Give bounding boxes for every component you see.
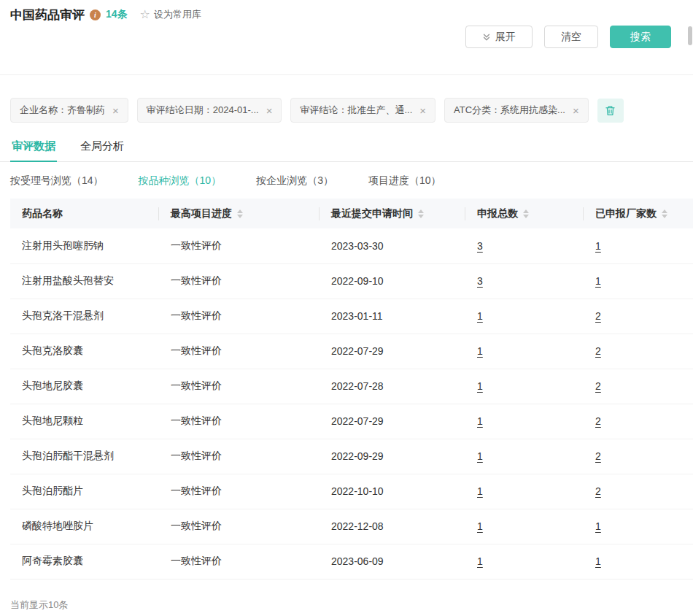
search-button[interactable]: 搜索 xyxy=(610,26,671,48)
manufacturer-count-link[interactable]: 2 xyxy=(595,310,601,322)
manufacturer-count-link[interactable]: 1 xyxy=(595,240,601,252)
manufacturer-count-link[interactable]: 2 xyxy=(595,345,601,357)
table-row: 注射用头孢噻肟钠 一致性评价 2023-03-30 3 1 xyxy=(10,228,693,263)
subtab-project-progress[interactable]: 项目进度（10） xyxy=(368,174,441,188)
sort-desc-icon xyxy=(662,215,667,218)
table-row: 头孢泊肟酯片 一致性评价 2022-10-10 1 2 xyxy=(10,474,693,509)
drug-name: 头孢地尼胶囊 xyxy=(22,380,83,391)
results-table-wrap: 药品名称最高项目进度最近提交申请时间申报总数已申报厂家数 注射用头孢噻肟钠 一致… xyxy=(10,199,693,580)
max-progress-value: 一致性评价 xyxy=(171,344,222,356)
page-title: 中国药品审评 xyxy=(10,7,85,23)
column-label: 最近提交申请时间 xyxy=(331,207,413,219)
application-total-link[interactable]: 1 xyxy=(477,555,483,567)
filter-chip-label: 审评结论日期：2024-01-... xyxy=(147,104,259,117)
max-progress-value: 一致性评价 xyxy=(171,239,222,251)
close-icon[interactable]: × xyxy=(573,105,579,116)
max-progress-value: 一致性评价 xyxy=(171,485,222,496)
table-row: 注射用盐酸头孢替安 一致性评价 2022-09-10 3 1 xyxy=(10,263,693,299)
clear-filters-button[interactable] xyxy=(597,99,624,123)
subtab-by-acceptance-no[interactable]: 按受理号浏览（14） xyxy=(10,174,104,188)
manufacturer-count-link[interactable]: 2 xyxy=(595,485,601,497)
table-body: 注射用头孢噻肟钠 一致性评价 2023-03-30 3 1 注射用盐酸头孢替安 … xyxy=(10,228,693,579)
view-tabs: 按受理号浏览（14）按品种浏览（10）按企业浏览（3）项目进度（10） xyxy=(0,174,693,188)
manufacturer-count-link[interactable]: 1 xyxy=(595,555,601,567)
column-label: 已申报厂家数 xyxy=(595,207,657,219)
results-table: 药品名称最高项目进度最近提交申请时间申报总数已申报厂家数 注射用头孢噻肟钠 一致… xyxy=(10,199,693,580)
sort-control[interactable] xyxy=(523,209,529,218)
table-row: 头孢地尼胶囊 一致性评价 2022-07-28 1 2 xyxy=(10,369,693,404)
result-summary: 当前显示10条 xyxy=(10,598,683,612)
chevron-double-down-icon xyxy=(482,33,491,42)
table-header-row: 药品名称最高项目进度最近提交申请时间申报总数已申报厂家数 xyxy=(10,199,693,228)
favorite-toggle[interactable]: ☆ 设为常用库 xyxy=(140,8,201,21)
column-header-max-progress: 最高项目进度 xyxy=(159,199,320,228)
tab-review-data[interactable]: 审评数据 xyxy=(10,133,57,162)
expand-button[interactable]: 展开 xyxy=(465,26,533,48)
column-header-latest-submit-time: 最近提交申请时间 xyxy=(320,199,465,228)
close-icon[interactable]: × xyxy=(266,105,273,116)
latest-submit-date: 2023-03-30 xyxy=(331,240,384,252)
table-row: 头孢泊肟酯干混悬剂 一致性评价 2022-09-29 1 2 xyxy=(10,439,693,474)
column-label: 最高项目进度 xyxy=(171,207,232,219)
column-header-declared-manufacturers: 已申报厂家数 xyxy=(584,199,693,228)
application-total-link[interactable]: 1 xyxy=(477,450,483,462)
max-progress-value: 一致性评价 xyxy=(171,274,222,286)
column-label: 药品名称 xyxy=(22,207,63,219)
drug-name: 注射用头孢噻肟钠 xyxy=(22,239,104,251)
latest-submit-date: 2022-12-08 xyxy=(331,520,384,532)
application-total-link[interactable]: 1 xyxy=(477,520,483,532)
column-label: 申报总数 xyxy=(477,207,518,219)
sort-control[interactable] xyxy=(662,209,667,218)
table-row: 头孢克洛干混悬剂 一致性评价 2023-01-11 1 2 xyxy=(10,299,693,334)
tab-global-analysis[interactable]: 全局分析 xyxy=(79,133,125,161)
filter-bar: 企业名称：齐鲁制药 × 审评结论日期：2024-01-... × 审评结论：批准… xyxy=(0,97,693,123)
sort-control[interactable] xyxy=(237,209,243,218)
main-tabs: 审评数据全局分析 xyxy=(0,133,693,162)
sort-desc-icon xyxy=(418,215,424,218)
table-row: 头孢克洛胶囊 一致性评价 2022-07-29 1 2 xyxy=(10,334,693,369)
close-icon[interactable]: × xyxy=(112,105,119,116)
search-actions: 展开 清空 搜索 xyxy=(0,26,693,49)
latest-submit-date: 2022-09-29 xyxy=(331,450,384,462)
max-progress-value: 一致性评价 xyxy=(171,520,222,531)
column-header-application-total: 申报总数 xyxy=(465,199,584,228)
application-total-link[interactable]: 1 xyxy=(477,310,483,322)
sort-control[interactable] xyxy=(418,209,424,218)
latest-submit-date: 2022-10-10 xyxy=(331,485,384,497)
latest-submit-date: 2022-07-28 xyxy=(331,380,384,392)
page-header: 中国药品审评 i 14条 ☆ 设为常用库 xyxy=(0,0,693,23)
vertical-scrollbar-thumb[interactable] xyxy=(688,26,692,45)
drug-name: 磷酸特地唑胺片 xyxy=(22,520,93,531)
clear-button[interactable]: 清空 xyxy=(544,26,598,48)
application-total-link[interactable]: 1 xyxy=(477,485,483,497)
sort-asc-icon xyxy=(418,209,424,213)
drug-name: 阿奇霉素胶囊 xyxy=(22,555,83,566)
application-total-link[interactable]: 3 xyxy=(477,275,483,287)
latest-submit-date: 2022-07-29 xyxy=(331,345,384,357)
drug-name: 头孢克洛干混悬剂 xyxy=(22,309,104,321)
subtab-by-variety[interactable]: 按品种浏览（10） xyxy=(139,174,222,188)
trash-icon xyxy=(605,105,616,116)
table-row: 阿奇霉素胶囊 一致性评价 2023-06-09 1 1 xyxy=(10,544,693,579)
max-progress-value: 一致性评价 xyxy=(171,309,222,321)
manufacturer-count-link[interactable]: 2 xyxy=(595,415,601,427)
max-progress-value: 一致性评价 xyxy=(171,450,222,461)
drug-name: 头孢地尼颗粒 xyxy=(22,415,83,426)
manufacturer-count-link[interactable]: 1 xyxy=(595,520,601,532)
manufacturer-count-link[interactable]: 1 xyxy=(595,275,601,287)
close-icon[interactable]: × xyxy=(419,105,426,116)
manufacturer-count-link[interactable]: 2 xyxy=(595,450,601,462)
drug-name: 头孢泊肟酯干混悬剂 xyxy=(22,450,114,461)
drug-name: 头孢克洛胶囊 xyxy=(22,344,83,356)
application-total-link[interactable]: 1 xyxy=(477,380,483,392)
application-total-link[interactable]: 1 xyxy=(477,345,483,357)
filter-chip-conclusion-date: 审评结论日期：2024-01-... × xyxy=(137,98,282,123)
filter-chip-label: ATC分类：系统用抗感染... xyxy=(454,104,565,117)
manufacturer-count-link[interactable]: 2 xyxy=(595,380,601,392)
sort-asc-icon xyxy=(237,209,243,213)
info-icon[interactable]: i xyxy=(90,9,101,20)
application-total-link[interactable]: 3 xyxy=(477,240,483,252)
subtab-by-company[interactable]: 按企业浏览（3） xyxy=(256,174,333,188)
filter-chip-conclusion: 审评结论：批准生产、通... × xyxy=(290,98,435,123)
application-total-link[interactable]: 1 xyxy=(477,415,483,427)
